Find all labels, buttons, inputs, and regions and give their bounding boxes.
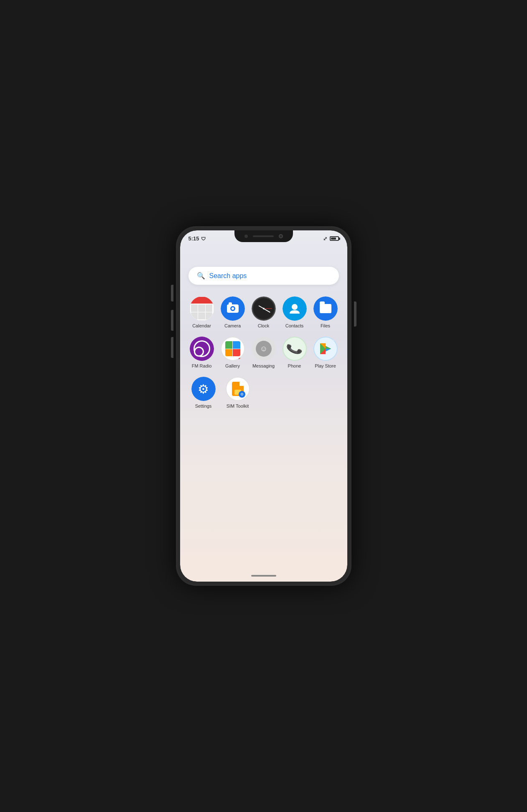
gallery-icon-graphic <box>221 337 245 361</box>
messaging-icon-graphic: ☺ <box>252 337 276 361</box>
app-item-calendar[interactable]: Calendar <box>188 296 215 328</box>
svg-point-0 <box>292 304 298 310</box>
app-drawer-screen: 5:15 🛡 ⤢ 🔍 Search apps <box>180 230 347 582</box>
app-item-contacts[interactable]: Contacts <box>281 296 308 328</box>
app-item-fmradio[interactable]: FM Radio <box>188 337 215 368</box>
app-row-2: FM Radio <box>188 337 339 368</box>
settings-icon-graphic: ⚙ <box>191 377 216 401</box>
files-icon-graphic <box>313 296 338 321</box>
app-label-simtoolkit: SIM Toolkit <box>227 403 249 409</box>
contacts-icon <box>283 296 307 321</box>
app-item-gallery[interactable]: GO Gallery <box>219 337 246 368</box>
phone-icon-graphic: 📞 <box>283 337 307 361</box>
playstore-icon <box>313 337 338 361</box>
clock-minute-hand <box>263 308 270 312</box>
app-label-calendar: Calendar <box>192 323 211 328</box>
time-display: 5:15 <box>188 235 199 242</box>
phone-device: 5:15 🛡 ⤢ 🔍 Search apps <box>176 226 351 586</box>
app-row-1: Calendar Camera <box>188 296 339 328</box>
app-label-playstore: Play Store <box>315 363 336 368</box>
cal-cell <box>206 304 213 312</box>
calendar-header <box>190 297 214 304</box>
calendar-body <box>190 304 214 320</box>
app-item-camera[interactable]: Camera <box>219 296 246 328</box>
app-grid: Calendar Camera <box>188 296 339 409</box>
app-row-3: ⚙ Settings ⚙ <box>188 377 339 409</box>
clock-face <box>253 298 274 319</box>
files-icon <box>313 296 338 321</box>
home-indicator[interactable] <box>251 575 276 577</box>
app-label-gallery: Gallery <box>225 363 240 368</box>
status-icons: ⤢ <box>323 236 339 242</box>
calendar-icon <box>190 296 214 321</box>
clock-center-dot <box>263 308 265 309</box>
phone-handset-icon: 📞 <box>285 340 303 358</box>
cal-cell <box>206 312 213 320</box>
cal-cell <box>191 312 198 320</box>
contacts-svg <box>288 302 301 315</box>
messaging-svg: ☺ <box>256 341 272 357</box>
search-bar[interactable]: 🔍 Search apps <box>188 267 339 285</box>
playstore-svg <box>319 342 332 355</box>
signal-icon: ⤢ <box>323 236 327 242</box>
clock-second-hand <box>264 309 272 309</box>
volume-down-button[interactable] <box>171 310 173 331</box>
power-button[interactable] <box>354 301 356 327</box>
app-item-simtoolkit[interactable]: ⚙ SIM Toolkit <box>223 377 253 409</box>
volume-up-button[interactable] <box>171 285 173 301</box>
app-item-messaging[interactable]: ☺ Messaging <box>250 337 277 368</box>
svg-text:☺: ☺ <box>260 345 267 353</box>
front-camera-dot <box>244 235 248 238</box>
gallery-q3 <box>225 349 233 357</box>
app-item-phone[interactable]: 📞 Phone <box>281 337 308 368</box>
app-label-fmradio: FM Radio <box>192 363 212 368</box>
gallery-icon: GO <box>221 337 245 361</box>
fmradio-icon <box>190 337 214 361</box>
search-placeholder: Search apps <box>209 272 247 280</box>
speaker <box>253 235 274 237</box>
go-badge: GO <box>239 358 245 361</box>
clock-icon-graphic <box>252 296 276 321</box>
gallery-map <box>225 341 240 356</box>
app-label-files: Files <box>321 323 330 328</box>
search-icon: 🔍 <box>197 272 205 280</box>
status-time-area: 5:15 🛡 <box>188 235 206 242</box>
app-label-camera: Camera <box>224 323 241 328</box>
app-item-playstore[interactable]: Play Store <box>312 337 339 368</box>
svg-point-5 <box>195 348 203 355</box>
camera-button[interactable] <box>171 337 173 358</box>
app-label-contacts: Contacts <box>285 323 303 328</box>
camera-lens <box>230 306 235 311</box>
messaging-icon: ☺ <box>252 337 276 361</box>
contacts-icon-graphic <box>283 296 307 321</box>
calendar-icon-graphic <box>190 297 214 320</box>
simtoolkit-icon: ⚙ <box>226 377 250 401</box>
cal-cell <box>191 304 198 312</box>
app-label-settings: Settings <box>195 403 212 409</box>
battery-icon <box>330 236 339 241</box>
gallery-q2 <box>233 341 240 349</box>
files-folder <box>320 304 331 313</box>
sim-gear-icon: ⚙ <box>239 391 245 398</box>
content-area: 🔍 Search apps <box>180 242 347 582</box>
simtoolkit-icon-graphic: ⚙ <box>226 377 250 401</box>
camera-bump <box>229 302 232 304</box>
cal-cell <box>198 304 205 312</box>
sim-card-graphic: ⚙ <box>232 382 244 396</box>
gear-icon: ⚙ <box>198 382 209 396</box>
app-item-settings[interactable]: ⚙ Settings <box>188 377 219 409</box>
vpn-icon: 🛡 <box>201 236 206 241</box>
cal-cell <box>198 312 205 320</box>
notification-dot <box>333 337 337 341</box>
settings-icon: ⚙ <box>191 377 216 401</box>
notch <box>234 230 293 242</box>
app-item-clock[interactable]: Clock <box>250 296 277 328</box>
app-item-files[interactable]: Files <box>312 296 339 328</box>
camera-icon-graphic <box>221 296 245 321</box>
phone-icon: 📞 <box>283 337 307 361</box>
app-label-phone: Phone <box>288 363 301 368</box>
selfie-camera <box>279 234 283 238</box>
app-label-clock: Clock <box>258 323 270 328</box>
camera-icon <box>221 296 245 321</box>
clock-icon <box>252 296 276 321</box>
